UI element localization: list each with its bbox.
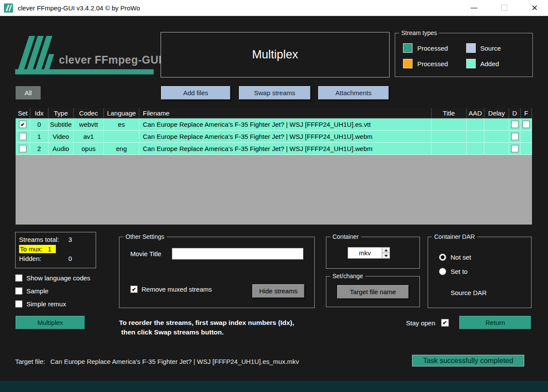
show-language-codes-checkbox[interactable]: Show language codes bbox=[15, 274, 90, 282]
header-cell-filename: Filename bbox=[139, 108, 432, 118]
header-cell-idx: Idx bbox=[30, 108, 48, 118]
simple-remux-checkbox[interactable]: Simple remux bbox=[15, 300, 66, 308]
header-cell-aad: AAD bbox=[467, 108, 484, 118]
cell-filename: Can Europe Replace America’s F-35 Fighte… bbox=[139, 119, 432, 131]
to-mux-value: 1 bbox=[48, 245, 52, 253]
d-checkbox[interactable] bbox=[511, 121, 519, 128]
maximize-button[interactable] bbox=[494, 0, 514, 16]
stream-type-label: Source bbox=[480, 45, 501, 52]
other-settings-legend: Other Settings bbox=[123, 233, 167, 241]
sample-checkbox[interactable]: Sample bbox=[15, 287, 48, 295]
streams-total-label: Streams total: bbox=[19, 236, 59, 243]
stream-type-item: Processed bbox=[403, 43, 466, 53]
target-file-value: Can Europe Replace America’s F-35 Fighte… bbox=[50, 358, 299, 365]
target-file-name-button[interactable]: Target file name bbox=[337, 285, 409, 299]
table-row[interactable]: 0 Subtitle webvtt es Can Europe Replace … bbox=[16, 119, 532, 131]
cell-codec: webvtt bbox=[74, 119, 104, 131]
swap-streams-button[interactable]: Swap streams bbox=[239, 86, 311, 100]
close-button[interactable]: × bbox=[525, 0, 545, 16]
stream-type-label: Processed bbox=[417, 45, 448, 52]
header-cell-type: Type bbox=[48, 108, 74, 118]
stream-type-label: Added bbox=[480, 60, 499, 67]
container-format-spinner[interactable]: mkv bbox=[348, 247, 390, 259]
radio-icon[interactable] bbox=[439, 254, 446, 261]
radio-icon[interactable] bbox=[439, 268, 446, 275]
header-cell-codec: Codec bbox=[74, 108, 104, 118]
reorder-note-line2: then click Swap streams button. bbox=[121, 328, 294, 337]
status-badge: Task successfully completed bbox=[412, 355, 524, 366]
cell-title bbox=[432, 119, 467, 131]
table-empty-area bbox=[16, 155, 532, 225]
set-change-group: Set/change Target file name bbox=[326, 276, 420, 307]
stream-types-legend: Stream types bbox=[399, 29, 439, 37]
container-dar-group: Container DAR Not set Set to Source DAR bbox=[428, 237, 532, 308]
minimize-button[interactable]: — bbox=[464, 0, 484, 16]
movie-title-input[interactable] bbox=[172, 248, 303, 260]
stream-type-item: Added bbox=[466, 59, 529, 68]
cell-aad bbox=[467, 131, 484, 143]
logo-underline bbox=[15, 69, 154, 74]
cell-title bbox=[432, 143, 467, 155]
streams-summary-group: Streams total: 3 To mux:1 Hidden: 0 bbox=[15, 232, 96, 268]
all-button[interactable]: All bbox=[15, 86, 41, 100]
reorder-note-line1: To reorder the streams, first swap index… bbox=[119, 318, 294, 328]
set-checkbox[interactable] bbox=[19, 121, 26, 128]
cell-delay bbox=[484, 119, 509, 131]
attachments-button[interactable]: Attachments bbox=[318, 86, 389, 100]
checkbox-label: Simple remux bbox=[26, 300, 66, 308]
app-icon bbox=[4, 3, 13, 13]
radio-label: Not set bbox=[451, 254, 471, 261]
cell-language: es bbox=[104, 119, 139, 131]
multiplex-button[interactable]: Multiplex bbox=[15, 315, 85, 330]
set-checkbox[interactable] bbox=[19, 133, 26, 140]
logo-stripes-icon bbox=[15, 33, 56, 74]
cell-type: Subtitle bbox=[48, 119, 74, 131]
d-checkbox[interactable] bbox=[511, 145, 519, 152]
d-checkbox[interactable] bbox=[511, 133, 519, 140]
set-checkbox[interactable] bbox=[19, 145, 26, 152]
cell-language bbox=[104, 131, 139, 143]
checkbox-icon[interactable] bbox=[130, 286, 138, 293]
checkbox-icon[interactable] bbox=[15, 274, 23, 282]
return-button[interactable]: Return bbox=[459, 315, 532, 330]
spinner-down-button[interactable] bbox=[382, 253, 390, 258]
hide-streams-button[interactable]: Hide streams bbox=[252, 284, 305, 298]
app-window: clever FFmpeg-GUI v3.4.2.04 © by ProWo —… bbox=[0, 0, 548, 392]
stream-type-item: Processed bbox=[403, 59, 466, 68]
add-files-button[interactable]: Add files bbox=[161, 86, 231, 100]
radio-label: Set to bbox=[451, 268, 467, 275]
header-cell-delay: Delay bbox=[484, 108, 509, 118]
f-checkbox[interactable] bbox=[522, 121, 530, 128]
table-row[interactable]: 1 Video av1 Can Europe Replace America’s… bbox=[16, 131, 532, 143]
cell-codec: av1 bbox=[74, 131, 104, 143]
checkbox-icon[interactable] bbox=[15, 287, 23, 295]
cell-idx: 2 bbox=[30, 143, 48, 155]
source-swatch bbox=[466, 43, 476, 53]
cell-idx: 0 bbox=[30, 119, 48, 131]
cell-type: Audio bbox=[48, 143, 74, 155]
stay-open-label: Stay open bbox=[406, 319, 435, 327]
dar-set-to-radio[interactable]: Set to bbox=[439, 267, 467, 275]
up-arrow-icon bbox=[384, 249, 388, 251]
added-swatch bbox=[466, 59, 476, 68]
cell-idx: 1 bbox=[30, 131, 48, 143]
multiplex-panel: Multiplex bbox=[161, 32, 390, 77]
stay-open-checkbox[interactable] bbox=[441, 319, 449, 327]
other-settings-group: Other Settings Movie Title Remove muxed … bbox=[119, 237, 315, 308]
remove-muxed-streams-checkbox[interactable]: Remove muxed streams bbox=[130, 286, 212, 293]
dar-not-set-radio[interactable]: Not set bbox=[439, 253, 471, 261]
checkbox-icon[interactable] bbox=[15, 300, 23, 308]
checkbox-label: Remove muxed streams bbox=[142, 286, 212, 293]
cell-delay bbox=[484, 131, 509, 143]
spinner-up-button[interactable] bbox=[382, 247, 390, 253]
source-dar-label: Source DAR bbox=[451, 289, 487, 296]
cell-type: Video bbox=[48, 131, 74, 143]
header-cell-f: F bbox=[521, 108, 532, 118]
logo-text: clever FFmpeg-GUI bbox=[59, 54, 162, 66]
processed-orange-swatch bbox=[403, 59, 413, 68]
cell-aad bbox=[467, 143, 484, 155]
window-title: clever FFmpeg-GUI v3.4.2.04 © by ProWo bbox=[18, 4, 140, 12]
table-row[interactable]: 2 Audio opus eng Can Europe Replace Amer… bbox=[16, 143, 532, 155]
cell-aad bbox=[467, 119, 484, 131]
hidden-value: 0 bbox=[68, 255, 72, 262]
